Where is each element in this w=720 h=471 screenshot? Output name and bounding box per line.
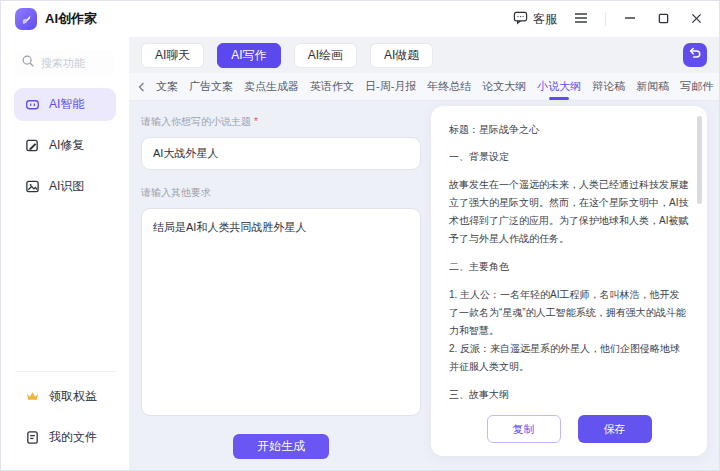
sidebar-divider	[15, 371, 115, 372]
category-copywriting[interactable]: 文案	[155, 73, 179, 100]
section-body: 1. 主人公：一名年轻的AI工程师，名叫林浩，他开发了一款名为“星魂”的人工智能…	[449, 286, 689, 376]
topic-label: 请输入你想写的小说主题*	[141, 115, 421, 129]
sidebar-item-ai-smart[interactable]: AI智能	[14, 88, 116, 121]
sidebar: AI智能 AI修复 AI识图 领取权益	[1, 37, 129, 470]
close-icon	[691, 10, 702, 28]
chat-bubble-icon	[513, 10, 528, 28]
copy-button[interactable]: 复制	[487, 415, 561, 443]
category-novel-outline[interactable]: 小说大纲	[536, 73, 582, 100]
maximize-icon	[658, 10, 669, 28]
section-body: 故事发生在一个遥远的未来，人类已经通过科技发展建立了强大的星际文明。然而，在这个…	[449, 176, 689, 248]
category-tabbar: 文案 广告文案 卖点生成器 英语作文 日-周-月报 年终总结 论文大纲 小说大纲…	[129, 73, 719, 101]
robot-face-icon	[25, 97, 40, 112]
result-section: 三、故事大纲	[449, 388, 689, 402]
app-title: AI创作家	[45, 10, 97, 28]
topic-input[interactable]	[141, 137, 421, 170]
category-press-release[interactable]: 新闻稿	[635, 73, 670, 100]
category-email[interactable]: 写邮件	[679, 73, 714, 100]
result-panel: 标题：星际战争之心 一、背景设定 故事发生在一个遥远的未来，人类已经通过科技发展…	[431, 106, 707, 456]
category-ad-copy[interactable]: 广告文案	[188, 73, 234, 100]
sidebar-item-label: AI修复	[49, 137, 84, 154]
titlebar-divider	[605, 12, 606, 26]
result-section: 二、主要角色 1. 主人公：一名年轻的AI工程师，名叫林浩，他开发了一款名为“星…	[449, 260, 689, 376]
section-heading: 一、背景设定	[449, 150, 689, 164]
search-box[interactable]	[15, 50, 115, 76]
section-heading: 二、主要角色	[449, 260, 689, 274]
tab-ai-writing[interactable]: AI写作	[217, 43, 280, 68]
hamburger-icon	[574, 10, 588, 28]
result-scrollbar[interactable]	[697, 116, 702, 204]
tab-ai-questions[interactable]: AI做题	[370, 43, 433, 68]
app-logo-icon	[15, 8, 37, 30]
extra-requirements-textarea[interactable]: 结局是AI和人类共同战胜外星人	[141, 208, 421, 416]
section-heading: 三、故事大纲	[449, 388, 689, 402]
undo-icon	[688, 46, 702, 64]
sidebar-footer-label: 我的文件	[49, 429, 97, 446]
sidebar-item-my-files[interactable]: 我的文件	[14, 421, 116, 454]
crown-icon	[25, 389, 40, 404]
app-window: AI创作家 客服	[0, 0, 720, 471]
document-icon	[25, 430, 40, 445]
support-label: 客服	[533, 11, 557, 28]
novel-form: 请输入你想写的小说主题* 请输入其他要求 结局是AI和人类共同战胜外星人 开始生…	[141, 115, 421, 459]
category-english-essay[interactable]: 英语作文	[309, 73, 355, 100]
category-selling-points[interactable]: 卖点生成器	[243, 73, 300, 100]
required-asterisk: *	[254, 116, 258, 127]
category-debate-script[interactable]: 辩论稿	[591, 73, 626, 100]
sidebar-footer: 领取权益 我的文件	[1, 371, 129, 462]
sidebar-item-label: AI智能	[49, 96, 84, 113]
titlebar: AI创作家 客服	[1, 1, 719, 37]
sidebar-item-benefits[interactable]: 领取权益	[14, 380, 116, 413]
generate-button[interactable]: 开始生成	[233, 434, 329, 459]
support-button[interactable]: 客服	[513, 10, 557, 28]
menu-button[interactable]	[572, 10, 590, 28]
search-input[interactable]	[41, 57, 111, 69]
sidebar-item-label: AI识图	[49, 178, 84, 195]
category-year-summary[interactable]: 年终总结	[426, 73, 472, 100]
category-reports[interactable]: 日-周-月报	[364, 73, 417, 100]
maximize-button[interactable]	[654, 10, 672, 28]
image-mountain-icon	[25, 179, 40, 194]
result-title: 标题：星际战争之心	[449, 123, 689, 137]
extra-requirements-label: 请输入其他要求	[141, 186, 421, 200]
result-actions: 复制 保存	[431, 415, 707, 443]
tab-ai-painting[interactable]: AI绘画	[294, 43, 357, 68]
close-button[interactable]	[687, 10, 705, 28]
result-section: 一、背景设定 故事发生在一个遥远的未来，人类已经通过科技发展建立了强大的星际文明…	[449, 150, 689, 248]
undo-button[interactable]	[683, 43, 707, 67]
category-paper-outline[interactable]: 论文大纲	[481, 73, 527, 100]
sidebar-footer-label: 领取权益	[49, 388, 97, 405]
sidebar-item-ai-repair[interactable]: AI修复	[14, 129, 116, 162]
main-area: AI聊天 AI写作 AI绘画 AI做题 文案 广告文案 卖点生成器 英语作文 日…	[129, 37, 719, 470]
feature-tabbar: AI聊天 AI写作 AI绘画 AI做题	[129, 37, 719, 73]
image-pencil-icon	[25, 138, 40, 153]
search-icon	[21, 54, 35, 72]
tab-ai-chat[interactable]: AI聊天	[141, 43, 204, 68]
minimize-button[interactable]	[621, 10, 639, 28]
save-button[interactable]: 保存	[578, 415, 652, 443]
categories-scroll-left-icon[interactable]	[137, 82, 146, 92]
minimize-icon	[624, 10, 636, 28]
sidebar-item-ai-vision[interactable]: AI识图	[14, 170, 116, 203]
